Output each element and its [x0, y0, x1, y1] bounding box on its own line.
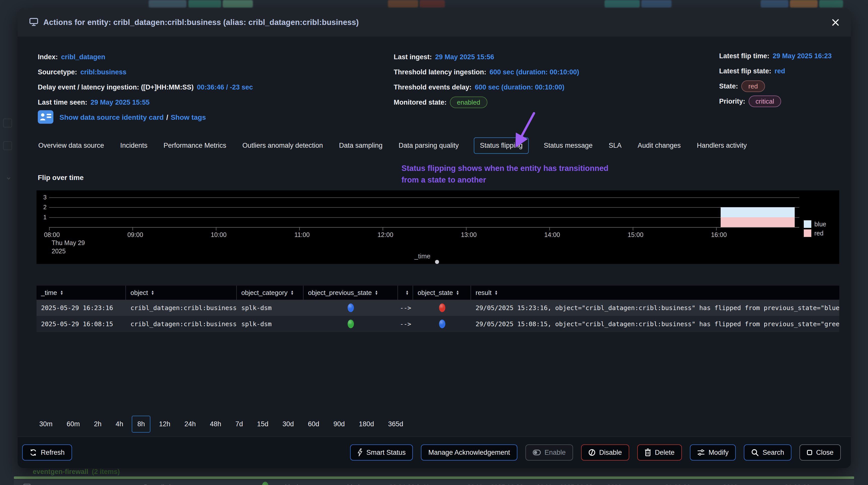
info-label: Monitored state:: [394, 98, 446, 106]
id-card-icon[interactable]: [38, 110, 53, 125]
time-range-30d[interactable]: 30d: [282, 416, 294, 433]
monitor-icon: [29, 18, 38, 27]
tab-handlers-activity[interactable]: Handlers activity: [696, 137, 748, 154]
cell-result: 29/05/2025 15:08:15, object="cribl_datag…: [471, 316, 839, 332]
gridline: [49, 197, 799, 198]
time-range-7d[interactable]: 7d: [235, 416, 243, 433]
refresh-button[interactable]: Refresh: [22, 445, 72, 461]
time-range-48h[interactable]: 48h: [209, 416, 222, 433]
sort-icon[interactable]: ▲▼: [375, 290, 378, 295]
time-range-60d[interactable]: 60d: [308, 416, 320, 433]
close-button[interactable]: Close: [800, 445, 841, 461]
table-row[interactable]: 2025-05-29 16:08:15cribl_datagen:cribl:b…: [36, 316, 839, 332]
info-label: Latest flip state:: [719, 67, 771, 75]
show-tags-link[interactable]: Show tags: [171, 113, 206, 121]
x-axis-tick: [49, 227, 50, 230]
bar-segment-red: [721, 217, 795, 227]
sort-icon[interactable]: ▲▼: [291, 290, 294, 295]
info-row: Threshold latency ingestion:600 sec (dur…: [394, 67, 579, 77]
info-label: Latest flip time:: [719, 52, 770, 60]
gridline: [49, 207, 799, 208]
table-row[interactable]: 2025-05-29 16:23:16cribl_datagen:cribl:b…: [36, 300, 839, 316]
legend-item: red: [804, 229, 826, 237]
time-range-90d[interactable]: 90d: [333, 416, 345, 433]
chart-scroll-handle[interactable]: [435, 260, 439, 264]
time-range-24h[interactable]: 24h: [184, 416, 196, 433]
chart-legend: bluered: [804, 220, 826, 237]
time-range-bar: 30m60m2h4h8h12h24h48h7d15d30d60d90d180d3…: [39, 416, 417, 433]
cell-transition-arrow: -->: [398, 300, 413, 316]
info-label: Last time seen:: [38, 98, 87, 106]
delete-button[interactable]: Delete: [637, 445, 682, 461]
toggle-icon: [533, 450, 541, 456]
time-range-12h[interactable]: 12h: [158, 416, 171, 433]
y-axis-tick-label: 3: [38, 194, 46, 201]
x-axis-tick-label: 11:00: [288, 231, 316, 238]
tab-outliers-anomaly-detection[interactable]: Outliers anomaly detection: [241, 137, 324, 154]
info-value: 29 May 2025 16:23: [773, 52, 832, 60]
tab-data-parsing-quality[interactable]: Data parsing quality: [398, 137, 460, 154]
sort-icon[interactable]: ▲▼: [456, 290, 459, 295]
x-axis-tick: [132, 227, 133, 230]
legend-swatch: [804, 229, 811, 237]
info-row: Latest flip state:red: [719, 66, 832, 76]
time-range-4h[interactable]: 4h: [115, 416, 124, 433]
button-label: Manage Acknowledgement: [428, 449, 510, 457]
identity-links: Show data source identity card/Show tags: [59, 113, 206, 121]
sort-icon[interactable]: ▲▼: [495, 290, 498, 295]
button-label: Enable: [545, 449, 566, 457]
time-range-8h[interactable]: 8h: [132, 416, 150, 433]
close-icon[interactable]: [832, 19, 839, 26]
cell-state: [413, 300, 471, 316]
sort-icon[interactable]: ▲▼: [60, 290, 63, 295]
time-range-180d[interactable]: 180d: [359, 416, 375, 433]
bar-segment-blue: [721, 207, 795, 217]
time-range-15d[interactable]: 15d: [256, 416, 269, 433]
cell-result: 29/05/2025 15:23:16, object="cribl_datag…: [471, 300, 839, 316]
info-row: Threshold events delay:600 sec (duration…: [394, 82, 579, 92]
state-dot-red: [439, 304, 445, 312]
tab-data-sampling[interactable]: Data sampling: [338, 137, 383, 154]
x-axis-line: [49, 227, 799, 228]
column-header-object[interactable]: object▲▼: [126, 286, 237, 300]
time-range-60m[interactable]: 60m: [66, 416, 81, 433]
info-column-right: Latest flip time:29 May 2025 16:23Latest…: [719, 51, 832, 112]
disable-button[interactable]: Disable: [581, 445, 629, 461]
search-button[interactable]: Search: [744, 445, 792, 461]
x-axis-tick: [466, 227, 466, 230]
sort-icon[interactable]: ▲▼: [406, 290, 409, 295]
x-axis-tick-label: 10:00: [205, 231, 232, 238]
info-value: 29 May 2025 15:55: [91, 98, 150, 106]
manage-acknowledgement-button[interactable]: Manage Acknowledgement: [421, 445, 517, 461]
column-header-blank[interactable]: ▲▼: [398, 286, 413, 300]
tab-status-message[interactable]: Status message: [543, 137, 594, 154]
button-label: Smart Status: [366, 449, 406, 457]
column-header-object_state[interactable]: object_state▲▼: [413, 286, 471, 300]
column-header-_time[interactable]: _time▲▼: [36, 286, 126, 300]
tab-incidents[interactable]: Incidents: [119, 137, 148, 154]
info-label: State:: [719, 82, 738, 90]
show-identity-card-link[interactable]: Show data source identity card: [59, 113, 164, 121]
column-header-object_category[interactable]: object_category▲▼: [237, 286, 304, 300]
tab-audit-changes[interactable]: Audit changes: [637, 137, 682, 154]
smart-status-button[interactable]: Smart Status: [350, 445, 413, 461]
sort-icon[interactable]: ▲▼: [151, 290, 154, 295]
column-header-result[interactable]: result▲▼: [471, 286, 839, 300]
x-axis-tick: [633, 227, 633, 230]
info-row: Last ingest:29 May 2025 15:56: [394, 52, 579, 62]
column-header-object_previous_state[interactable]: object_previous_state▲▼: [304, 286, 398, 300]
time-range-30m[interactable]: 30m: [39, 416, 53, 433]
info-row: Sourcetype:cribl:business: [38, 67, 253, 77]
tab-performance-metrics[interactable]: Performance Metrics: [162, 137, 227, 154]
modal-footer: Refresh Smart StatusManage Acknowledgeme…: [18, 436, 851, 468]
time-range-2h[interactable]: 2h: [93, 416, 102, 433]
cell-object: cribl_datagen:cribl:business: [126, 316, 237, 332]
tab-sla[interactable]: SLA: [608, 137, 622, 154]
modify-button[interactable]: Modify: [690, 445, 736, 461]
tab-overview-data-source[interactable]: Overview data source: [37, 137, 105, 154]
info-row: Priority:critical: [719, 96, 832, 106]
y-axis-tick-label: 2: [38, 204, 46, 211]
legend-label: blue: [814, 221, 826, 228]
time-range-365d[interactable]: 365d: [388, 416, 404, 433]
info-row: Last time seen:29 May 2025 15:55: [38, 97, 253, 107]
